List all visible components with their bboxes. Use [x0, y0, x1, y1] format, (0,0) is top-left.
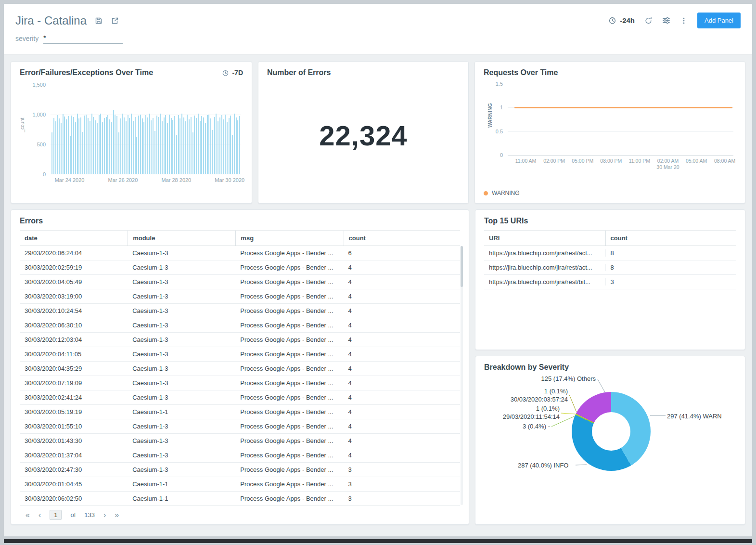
- cell-msg: Process Google Apps - Bender ...: [235, 249, 343, 257]
- bar: [200, 121, 201, 174]
- errors-table-row[interactable]: 30/03/2020:04:05:49Caesium-1-3Process Go…: [20, 275, 460, 289]
- filter-settings-icon[interactable]: [662, 16, 670, 25]
- bar: [63, 114, 64, 174]
- first-page-button[interactable]: «: [26, 511, 30, 519]
- errors-table-row[interactable]: 30/03/2020:05:19:19Caesium-1-1Process Go…: [20, 405, 460, 419]
- bar: [165, 115, 166, 174]
- cell-module: Caesium-1-3: [128, 336, 235, 343]
- errors-table-row[interactable]: 30/03/2020:02:59:19Caesium-1-3Process Go…: [20, 260, 460, 275]
- bar: [61, 123, 62, 174]
- bar: [77, 114, 78, 174]
- bar: [227, 122, 228, 174]
- uri-table-row[interactable]: https://jira.bluechip.com/jira/rest/act.…: [484, 246, 736, 260]
- column-header-count[interactable]: count: [605, 231, 736, 246]
- cell-count: 3: [344, 495, 460, 502]
- errors-table: date module msg count 29/03/2020:06:24:0…: [20, 230, 460, 505]
- column-header-date[interactable]: date: [20, 231, 128, 246]
- bar: [160, 114, 161, 174]
- bar: [107, 115, 108, 174]
- bar: [237, 120, 238, 174]
- severity-donut[interactable]: [572, 392, 651, 471]
- kebab-menu-icon[interactable]: [680, 17, 688, 25]
- title-actions: [94, 16, 119, 25]
- page-title: Jira - Catalina: [15, 14, 87, 27]
- next-page-button[interactable]: ›: [103, 511, 106, 519]
- window-bottom-edge: [4, 539, 752, 543]
- panel-time-range-label: -7D: [232, 69, 243, 77]
- legend-warning-dot: [484, 191, 488, 195]
- add-panel-button[interactable]: Add Panel: [697, 13, 741, 28]
- column-header-uri[interactable]: URI: [484, 231, 605, 246]
- bar-chart-plot: [51, 85, 241, 174]
- bar: [51, 132, 52, 174]
- bar: [102, 122, 103, 174]
- errors-bars: [51, 85, 241, 174]
- errors-table-row[interactable]: 30/03/2020:04:35:29Caesium-1-3Process Go…: [20, 362, 460, 376]
- of-label: of: [70, 511, 76, 519]
- error-count-value: 22,324: [267, 119, 460, 152]
- current-page-input[interactable]: 1: [50, 510, 62, 520]
- errors-table-row[interactable]: 30/03/2020:01:04:45Caesium-1-1Process Go…: [20, 477, 460, 492]
- errors-table-row[interactable]: 30/03/2020:01:43:30Caesium-1-3Process Go…: [20, 434, 460, 448]
- column-header-count[interactable]: count: [344, 231, 460, 246]
- panel-title: Top 15 URIs: [484, 217, 736, 225]
- top-uris-table: URI count https://jira.bluechip.com/jira…: [484, 230, 736, 292]
- errors-table-row[interactable]: 30/03/2020:01:55:10Caesium-1-3Process Go…: [20, 419, 460, 434]
- bar: [111, 122, 112, 174]
- x-axis-date-label: 30 Mar 20: [656, 164, 679, 170]
- bar: [208, 115, 209, 174]
- bar: [120, 118, 121, 174]
- chart-legend[interactable]: WARNING: [484, 190, 736, 196]
- errors-table-row[interactable]: 30/03/2020:06:30:10Caesium-1-3Process Go…: [20, 318, 460, 333]
- cell-date: 30/03/2020:03:19:00: [20, 293, 128, 300]
- cell-date: 30/03/2020:06:30:10: [20, 322, 128, 329]
- bar: [171, 118, 172, 174]
- x-tick: Mar 24 2020: [55, 177, 85, 183]
- bar: [219, 117, 220, 174]
- scrollbar-thumb[interactable]: [461, 246, 463, 287]
- errors-table-row[interactable]: 30/03/2020:02:41:24Caesium-1-3Process Go…: [20, 390, 460, 405]
- cell-module: Caesium-1-3: [128, 423, 235, 430]
- slice-label-timestamp-1: 1 (0.1%) 30/03/2020:03:57:24: [484, 387, 568, 403]
- column-header-module[interactable]: module: [128, 231, 235, 246]
- panel-time-range[interactable]: -7D: [222, 69, 243, 77]
- severity-filter-input[interactable]: [43, 33, 123, 44]
- errors-table-row[interactable]: 30/03/2020:02:47:30Caesium-1-3Process Go…: [20, 463, 460, 477]
- errors-table-row[interactable]: 30/03/2020:06:02:50Caesium-1-1Process Go…: [20, 492, 460, 505]
- errors-table-row[interactable]: 30/03/2020:10:24:54Caesium-1-3Process Go…: [20, 304, 460, 318]
- cell-uri: https://jira.bluechip.com/jira/rest/act.…: [484, 249, 605, 257]
- x-tick: 02:00 PM: [543, 158, 565, 164]
- cell-module: Caesium-1-1: [128, 480, 235, 488]
- prev-page-button[interactable]: ‹: [38, 511, 41, 519]
- bar: [95, 120, 96, 174]
- cell-count: 4: [344, 264, 460, 271]
- cell-module: Caesium-1-1: [128, 495, 235, 502]
- cell-date: 30/03/2020:07:19:09: [20, 379, 128, 387]
- cell-count: 4: [344, 394, 460, 401]
- bar: [207, 115, 208, 174]
- errors-table-row[interactable]: 30/03/2020:04:11:05Caesium-1-3Process Go…: [20, 347, 460, 362]
- bar: [218, 121, 218, 174]
- cell-date: 30/03/2020:10:24:54: [20, 307, 128, 314]
- errors-table-row[interactable]: 30/03/2020:03:19:00Caesium-1-3Process Go…: [20, 289, 460, 304]
- cell-date: 29/03/2020:06:24:04: [20, 249, 128, 257]
- cell-date: 30/03/2020:02:41:24: [20, 394, 128, 401]
- bar: [216, 114, 217, 174]
- table-scrollbar[interactable]: [461, 246, 463, 505]
- refresh-icon[interactable]: [644, 16, 653, 25]
- last-page-button[interactable]: »: [115, 511, 119, 519]
- errors-table-row[interactable]: 30/03/2020:12:03:04Caesium-1-3Process Go…: [20, 333, 460, 347]
- errors-table-row[interactable]: 29/03/2020:06:24:04Caesium-1-3Process Go…: [20, 246, 460, 260]
- bar: [174, 116, 175, 174]
- x-tick: 11:00 PM: [629, 158, 650, 164]
- cell-module: Caesium-1-3: [128, 264, 235, 271]
- errors-table-row[interactable]: 30/03/2020:07:19:09Caesium-1-3Process Go…: [20, 376, 460, 390]
- dashboard-time-range[interactable]: -24h: [608, 16, 635, 25]
- export-icon[interactable]: [111, 16, 119, 25]
- uri-table-row[interactable]: https://jira.bluechip.com/jira/rest/act.…: [484, 260, 736, 275]
- save-icon[interactable]: [94, 16, 103, 25]
- bar: [143, 122, 144, 174]
- column-header-msg[interactable]: msg: [235, 231, 343, 246]
- uri-table-row[interactable]: https://jira.bluechip.com/jira/rest/bit.…: [484, 275, 736, 289]
- errors-table-row[interactable]: 30/03/2020:01:37:04Caesium-1-3Process Go…: [20, 448, 460, 463]
